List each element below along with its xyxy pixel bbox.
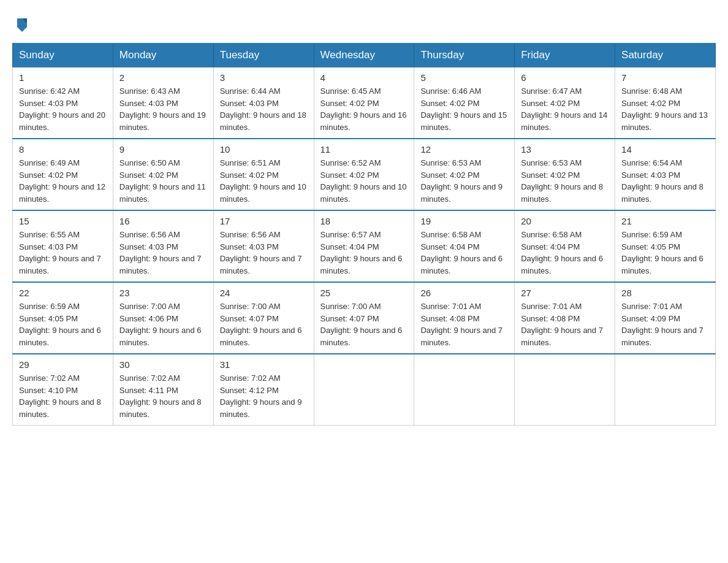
calendar-cell: 20 Sunrise: 6:58 AMSunset: 4:04 PMDaylig… <box>515 210 615 282</box>
day-info: Sunrise: 7:00 AMSunset: 4:07 PMDaylight:… <box>320 301 408 348</box>
day-info: Sunrise: 7:01 AMSunset: 4:08 PMDaylight:… <box>420 301 508 348</box>
day-number: 19 <box>420 216 508 226</box>
calendar-week-2: 8 Sunrise: 6:49 AMSunset: 4:02 PMDayligh… <box>13 139 716 210</box>
day-number: 31 <box>220 359 308 370</box>
calendar-cell: 18 Sunrise: 6:57 AMSunset: 4:04 PMDaylig… <box>314 210 414 282</box>
day-info: Sunrise: 6:50 AMSunset: 4:02 PMDaylight:… <box>119 157 207 205</box>
calendar-cell: 17 Sunrise: 6:56 AMSunset: 4:03 PMDaylig… <box>213 210 314 282</box>
day-number: 23 <box>119 288 207 298</box>
calendar-week-1: 1 Sunrise: 6:42 AMSunset: 4:03 PMDayligh… <box>13 67 716 139</box>
day-info: Sunrise: 7:01 AMSunset: 4:09 PMDaylight:… <box>621 301 709 348</box>
calendar-cell: 8 Sunrise: 6:49 AMSunset: 4:02 PMDayligh… <box>13 139 113 210</box>
calendar-cell: 21 Sunrise: 6:59 AMSunset: 4:05 PMDaylig… <box>615 210 716 282</box>
day-number: 22 <box>19 288 107 298</box>
day-info: Sunrise: 6:42 AMSunset: 4:03 PMDaylight:… <box>19 85 107 133</box>
calendar-cell: 19 Sunrise: 6:58 AMSunset: 4:04 PMDaylig… <box>414 210 515 282</box>
day-number: 28 <box>621 288 709 298</box>
day-number: 4 <box>320 72 408 83</box>
logo-icon <box>12 15 32 34</box>
weekday-wednesday: Wednesday <box>314 44 414 67</box>
day-number: 30 <box>119 359 207 370</box>
day-info: Sunrise: 7:02 AMSunset: 4:12 PMDaylight:… <box>220 372 308 420</box>
calendar-cell: 3 Sunrise: 6:44 AMSunset: 4:03 PMDayligh… <box>213 67 314 139</box>
day-number: 2 <box>119 72 207 83</box>
calendar-cell: 22 Sunrise: 6:59 AMSunset: 4:05 PMDaylig… <box>13 282 113 354</box>
day-number: 3 <box>220 72 308 83</box>
weekday-header-row: SundayMondayTuesdayWednesdayThursdayFrid… <box>13 44 716 67</box>
calendar-week-4: 22 Sunrise: 6:59 AMSunset: 4:05 PMDaylig… <box>13 282 716 354</box>
weekday-sunday: Sunday <box>13 44 113 67</box>
weekday-saturday: Saturday <box>615 44 716 67</box>
day-number: 15 <box>19 216 107 226</box>
calendar-cell: 30 Sunrise: 7:02 AMSunset: 4:11 PMDaylig… <box>113 354 213 426</box>
day-info: Sunrise: 6:59 AMSunset: 4:05 PMDaylight:… <box>621 229 709 277</box>
day-info: Sunrise: 7:02 AMSunset: 4:11 PMDaylight:… <box>119 372 207 420</box>
calendar-cell: 2 Sunrise: 6:43 AMSunset: 4:03 PMDayligh… <box>113 67 213 139</box>
day-number: 26 <box>420 288 508 298</box>
calendar-cell: 31 Sunrise: 7:02 AMSunset: 4:12 PMDaylig… <box>213 354 314 426</box>
day-number: 5 <box>420 72 508 83</box>
calendar-week-3: 15 Sunrise: 6:55 AMSunset: 4:03 PMDaylig… <box>13 210 716 282</box>
day-number: 18 <box>320 216 408 226</box>
calendar-cell: 4 Sunrise: 6:45 AMSunset: 4:02 PMDayligh… <box>314 67 414 139</box>
day-number: 8 <box>19 144 107 155</box>
day-number: 25 <box>320 288 408 298</box>
calendar-cell: 5 Sunrise: 6:46 AMSunset: 4:02 PMDayligh… <box>414 67 515 139</box>
calendar-cell: 13 Sunrise: 6:53 AMSunset: 4:02 PMDaylig… <box>515 139 615 210</box>
day-info: Sunrise: 7:02 AMSunset: 4:10 PMDaylight:… <box>19 372 107 420</box>
day-info: Sunrise: 6:55 AMSunset: 4:03 PMDaylight:… <box>19 229 107 277</box>
day-info: Sunrise: 6:43 AMSunset: 4:03 PMDaylight:… <box>119 85 207 133</box>
calendar-cell: 12 Sunrise: 6:53 AMSunset: 4:02 PMDaylig… <box>414 139 515 210</box>
day-number: 1 <box>19 72 107 83</box>
day-info: Sunrise: 6:45 AMSunset: 4:02 PMDaylight:… <box>320 85 408 133</box>
calendar-cell: 26 Sunrise: 7:01 AMSunset: 4:08 PMDaylig… <box>414 282 515 354</box>
calendar-cell: 25 Sunrise: 7:00 AMSunset: 4:07 PMDaylig… <box>314 282 414 354</box>
day-info: Sunrise: 6:54 AMSunset: 4:03 PMDaylight:… <box>621 157 709 205</box>
day-number: 11 <box>320 144 408 155</box>
calendar-cell: 24 Sunrise: 7:00 AMSunset: 4:07 PMDaylig… <box>213 282 314 354</box>
day-info: Sunrise: 6:57 AMSunset: 4:04 PMDaylight:… <box>320 229 408 277</box>
day-info: Sunrise: 6:44 AMSunset: 4:03 PMDaylight:… <box>220 85 308 133</box>
weekday-thursday: Thursday <box>414 44 515 67</box>
day-number: 7 <box>621 72 709 83</box>
day-info: Sunrise: 6:58 AMSunset: 4:04 PMDaylight:… <box>420 229 508 277</box>
weekday-monday: Monday <box>113 44 213 67</box>
day-number: 24 <box>220 288 308 298</box>
calendar-table: SundayMondayTuesdayWednesdayThursdayFrid… <box>12 43 716 426</box>
day-info: Sunrise: 6:58 AMSunset: 4:04 PMDaylight:… <box>521 229 609 277</box>
calendar-cell: 16 Sunrise: 6:56 AMSunset: 4:03 PMDaylig… <box>113 210 213 282</box>
calendar-cell: 1 Sunrise: 6:42 AMSunset: 4:03 PMDayligh… <box>13 67 113 139</box>
logo <box>12 12 32 31</box>
calendar-cell <box>615 354 716 426</box>
day-info: Sunrise: 6:53 AMSunset: 4:02 PMDaylight:… <box>521 157 609 205</box>
day-number: 10 <box>220 144 308 155</box>
day-info: Sunrise: 6:56 AMSunset: 4:03 PMDaylight:… <box>119 229 207 277</box>
day-info: Sunrise: 7:01 AMSunset: 4:08 PMDaylight:… <box>521 301 609 348</box>
calendar-cell: 27 Sunrise: 7:01 AMSunset: 4:08 PMDaylig… <box>515 282 615 354</box>
day-info: Sunrise: 6:56 AMSunset: 4:03 PMDaylight:… <box>220 229 308 277</box>
calendar-cell: 9 Sunrise: 6:50 AMSunset: 4:02 PMDayligh… <box>113 139 213 210</box>
day-number: 17 <box>220 216 308 226</box>
day-info: Sunrise: 6:49 AMSunset: 4:02 PMDaylight:… <box>19 157 107 205</box>
day-number: 16 <box>119 216 207 226</box>
calendar-cell: 10 Sunrise: 6:51 AMSunset: 4:02 PMDaylig… <box>213 139 314 210</box>
calendar-week-5: 29 Sunrise: 7:02 AMSunset: 4:10 PMDaylig… <box>13 354 716 426</box>
calendar-cell: 14 Sunrise: 6:54 AMSunset: 4:03 PMDaylig… <box>615 139 716 210</box>
calendar-cell <box>314 354 414 426</box>
calendar-cell: 11 Sunrise: 6:52 AMSunset: 4:02 PMDaylig… <box>314 139 414 210</box>
calendar-cell: 23 Sunrise: 7:00 AMSunset: 4:06 PMDaylig… <box>113 282 213 354</box>
calendar-cell: 28 Sunrise: 7:01 AMSunset: 4:09 PMDaylig… <box>615 282 716 354</box>
day-number: 20 <box>521 216 609 226</box>
calendar-cell: 29 Sunrise: 7:02 AMSunset: 4:10 PMDaylig… <box>13 354 113 426</box>
page-header <box>12 12 716 31</box>
calendar-cell: 6 Sunrise: 6:47 AMSunset: 4:02 PMDayligh… <box>515 67 615 139</box>
day-info: Sunrise: 7:00 AMSunset: 4:06 PMDaylight:… <box>119 301 207 348</box>
day-number: 27 <box>521 288 609 298</box>
calendar-cell <box>515 354 615 426</box>
weekday-friday: Friday <box>515 44 615 67</box>
day-info: Sunrise: 6:53 AMSunset: 4:02 PMDaylight:… <box>420 157 508 205</box>
day-number: 29 <box>19 359 107 370</box>
day-number: 13 <box>521 144 609 155</box>
day-number: 12 <box>420 144 508 155</box>
calendar-cell: 7 Sunrise: 6:48 AMSunset: 4:02 PMDayligh… <box>615 67 716 139</box>
